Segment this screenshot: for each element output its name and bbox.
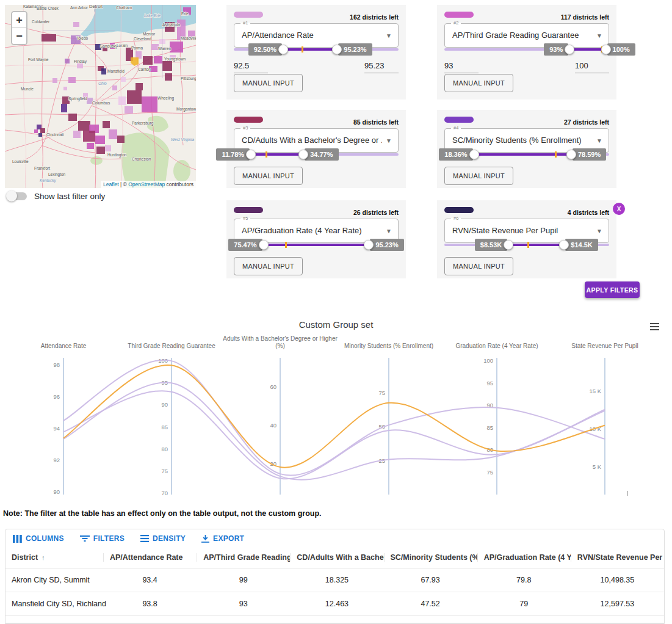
slider-min-handle[interactable]	[259, 240, 269, 250]
value-cell: 79.8	[477, 576, 571, 584]
zoom-out-button[interactable]: −	[12, 28, 26, 44]
slider-max-value-label: 78.59%	[573, 148, 606, 161]
slider-min-handle[interactable]	[278, 45, 288, 54]
slider-active-range[interactable]	[251, 153, 303, 156]
filter-card-2: 117 districts left#2AP/Third Grade Readi…	[437, 5, 616, 100]
svg-text:75: 75	[378, 390, 385, 396]
svg-text:70: 70	[161, 490, 168, 496]
column-header-district[interactable]: District↑	[5, 553, 103, 562]
column-header-attendance[interactable]: AP/Attendance Rate	[103, 553, 197, 562]
value-cell: 99	[197, 576, 290, 584]
columns-button[interactable]: COLUMNS	[13, 534, 64, 543]
svg-text:Mansfield: Mansfield	[107, 69, 125, 73]
min-value-input[interactable]: 92.5	[234, 61, 268, 73]
manual-input-button[interactable]: MANUAL INPUT	[444, 257, 513, 275]
export-download-icon	[201, 535, 209, 543]
manual-input-button[interactable]: MANUAL INPUT	[444, 74, 513, 92]
svg-text:Toledo: Toledo	[76, 36, 89, 40]
chart-series-line[interactable]	[63, 365, 605, 468]
max-value-input[interactable]: 100	[575, 61, 609, 73]
metric-select-value: AP/Graduation Rate (4 Year Rate)	[242, 226, 362, 235]
slider-min-handle[interactable]	[246, 150, 256, 159]
svg-text:Charleston: Charleston	[132, 157, 151, 161]
zoom-in-button[interactable]: +	[12, 12, 26, 28]
manual-inputs-row: 92.595.23	[234, 61, 399, 74]
metric-select-value: AP/Attendance Rate	[242, 31, 314, 40]
range-slider[interactable]: 75.47%95.23%	[234, 238, 399, 252]
slider-active-range[interactable]	[283, 48, 337, 51]
svg-text:Meadville: Meadville	[181, 36, 196, 40]
slider-min-value-label: 92.50%	[248, 43, 282, 56]
leaflet-map[interactable]: KalamazooBattle CreekAnn ArborDetroitCha…	[5, 5, 196, 188]
svg-text:Huntington: Huntington	[107, 153, 127, 158]
value-cell: 79	[477, 600, 571, 608]
column-header-minority[interactable]: SC/Minority Students (% Enroll...	[384, 553, 477, 562]
leaflet-link[interactable]: Leaflet	[103, 181, 119, 187]
range-slider[interactable]: 18.36%78.59%	[444, 148, 609, 161]
chevron-down-icon: ▼	[596, 228, 602, 234]
osm-link[interactable]: OpenStreetMap	[128, 181, 165, 187]
filter-color-pill	[444, 207, 474, 213]
min-value-input[interactable]: 93	[444, 61, 479, 73]
column-header-bachelors[interactable]: CD/Adults With a Bachelor's De...	[290, 553, 383, 562]
apply-filters-button[interactable]: APPLY FILTERS	[585, 281, 640, 298]
manual-input-button[interactable]: MANUAL INPUT	[234, 167, 303, 185]
table-row-partial[interactable]	[5, 616, 664, 623]
svg-text:Cleveland: Cleveland	[134, 37, 151, 41]
slider-max-handle[interactable]	[566, 150, 576, 159]
metric-select-value: SC/Minority Students (% Enrollment)	[452, 136, 582, 145]
filter-icon	[80, 535, 90, 542]
slider-active-range[interactable]	[474, 153, 571, 156]
table-row[interactable]: Mansfield City SD, Richland93.89312.4634…	[5, 592, 664, 616]
table-row[interactable]: Akron City SD, Summit93.49918.32567.9379…	[5, 568, 664, 592]
density-button[interactable]: DENSITY	[140, 534, 186, 543]
chart-scroll-hint[interactable]	[627, 491, 628, 496]
svg-text:Wheeling: Wheeling	[157, 96, 174, 101]
range-slider[interactable]: 11.78%34.77%	[234, 148, 399, 161]
svg-text:Muncie: Muncie	[21, 87, 34, 91]
column-header-revenue[interactable]: RVN/State Revenue Per Pupil	[571, 553, 664, 562]
svg-text:90: 90	[161, 401, 168, 408]
chart-series-line[interactable]	[63, 382, 605, 479]
column-header-graduation[interactable]: AP/Graduation Rate (4 Year Rate)	[477, 553, 571, 562]
slider-max-handle[interactable]	[601, 45, 611, 54]
toggle-label: Show last filter only	[34, 192, 105, 201]
slider-active-range[interactable]	[569, 48, 605, 51]
max-value-input[interactable]: 95.23	[364, 61, 399, 73]
slider-min-handle[interactable]	[565, 45, 574, 54]
filter-number-tag: #1	[240, 20, 250, 26]
column-header-reading[interactable]: AP/Third Grade Reading Guara...	[197, 553, 290, 562]
show-last-filter-toggle-row: Show last filter only	[6, 190, 105, 202]
manual-input-button[interactable]: MANUAL INPUT	[234, 257, 303, 275]
columns-icon	[13, 535, 22, 543]
manual-inputs-row: 93100	[444, 61, 609, 74]
svg-text:Parma: Parma	[131, 46, 143, 50]
remove-filter-button[interactable]: X	[613, 203, 625, 215]
chart-menu-icon[interactable]	[650, 323, 659, 332]
filter-color-pill	[444, 117, 474, 123]
manual-input-button[interactable]: MANUAL INPUT	[234, 74, 303, 92]
range-slider[interactable]: $8.53K$14.5K	[444, 238, 609, 252]
svg-text:94: 94	[53, 425, 60, 432]
columns-label: COLUMNS	[26, 534, 64, 543]
export-button[interactable]: EXPORT	[201, 534, 244, 543]
filter-card-5: 26 districts left#5AP/Graduation Rate (4…	[226, 200, 406, 278]
slider-max-value-label: 95.23%	[338, 43, 372, 56]
manual-input-button[interactable]: MANUAL INPUT	[444, 167, 513, 185]
districts-left-count: 117 districts left	[561, 13, 609, 21]
slider-active-range[interactable]	[508, 244, 564, 246]
range-slider[interactable]: 92.50%95.23%	[234, 43, 399, 56]
svg-text:5 K: 5 K	[593, 463, 602, 470]
slider-max-value-label: $14.5K	[565, 239, 598, 251]
filter-color-pill	[234, 117, 263, 123]
slider-active-range[interactable]	[264, 244, 369, 246]
svg-text:96: 96	[53, 393, 60, 400]
show-last-filter-switch[interactable]	[6, 190, 28, 202]
filter-card-1: 162 districts left#1AP/Attendance Rate▼9…	[226, 5, 406, 100]
range-slider[interactable]: 93%100%	[444, 43, 609, 56]
slider-min-handle[interactable]	[504, 240, 513, 250]
slider-min-handle[interactable]	[469, 150, 479, 159]
chart-series-line[interactable]	[63, 391, 605, 479]
filters-button[interactable]: FILTERS	[80, 534, 125, 543]
svg-text:85: 85	[486, 424, 493, 431]
